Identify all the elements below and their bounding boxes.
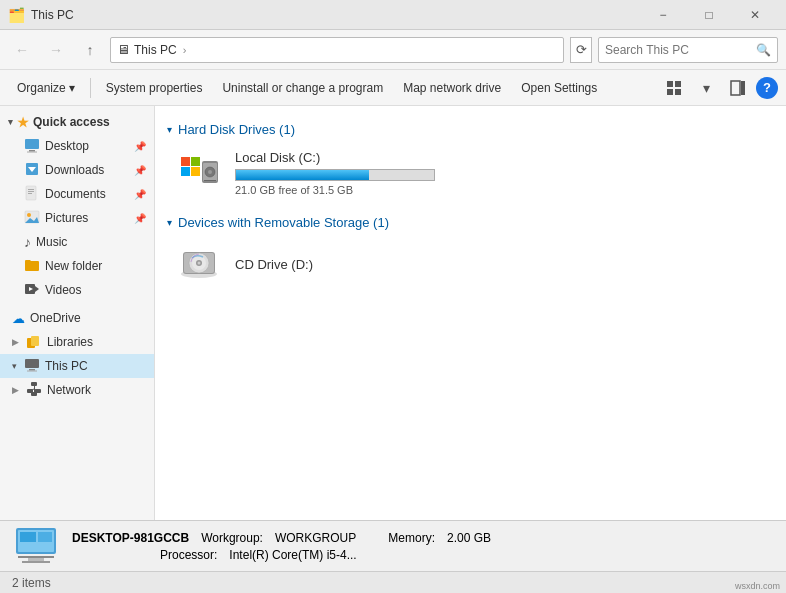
open-settings-button[interactable]: Open Settings bbox=[512, 74, 606, 102]
processor-label: Processor: bbox=[72, 548, 217, 562]
sidebar-item-onedrive[interactable]: ☁ OneDrive bbox=[0, 306, 154, 330]
desktop-pin: 📌 bbox=[134, 141, 146, 152]
svg-point-16 bbox=[27, 213, 31, 217]
documents-pin: 📌 bbox=[134, 189, 146, 200]
minimize-button[interactable]: − bbox=[640, 0, 686, 30]
svg-rect-12 bbox=[28, 189, 34, 190]
svg-rect-13 bbox=[28, 191, 34, 192]
svg-rect-7 bbox=[29, 150, 35, 152]
map-network-drive-button[interactable]: Map network drive bbox=[394, 74, 510, 102]
sidebar-item-thispc[interactable]: ▾ This PC bbox=[0, 354, 154, 378]
removable-section-header[interactable]: ▾ Devices with Removable Storage (1) bbox=[167, 215, 774, 230]
sidebar-item-downloads[interactable]: Downloads 📌 bbox=[0, 158, 154, 182]
memory-value: 2.00 GB bbox=[447, 531, 491, 545]
svg-rect-34 bbox=[191, 157, 200, 166]
path-chevron: › bbox=[183, 44, 187, 56]
local-disk-icon bbox=[175, 149, 223, 197]
title-bar: 🗂️ This PC − □ ✕ bbox=[0, 0, 786, 30]
desktop-label: Desktop bbox=[45, 139, 129, 153]
svg-rect-4 bbox=[731, 81, 740, 95]
local-disk-info: Local Disk (C:) 21.0 GB free of 31.5 GB bbox=[235, 150, 766, 196]
help-button[interactable]: ? bbox=[756, 77, 778, 99]
organize-button[interactable]: Organize ▾ bbox=[8, 74, 84, 102]
local-disk-bar bbox=[236, 170, 369, 180]
documents-icon bbox=[24, 185, 40, 204]
view-chevron-button[interactable]: ▾ bbox=[692, 74, 720, 102]
sidebar: ▾ ★ Quick access Desktop 📌 Downloads 📌 D… bbox=[0, 106, 155, 520]
libraries-chevron: ▶ bbox=[12, 337, 19, 347]
cd-svg bbox=[175, 242, 223, 290]
svg-rect-54 bbox=[28, 558, 44, 561]
title-bar-controls: − □ ✕ bbox=[640, 0, 778, 30]
local-disk-item[interactable]: Local Disk (C:) 21.0 GB free of 31.5 GB bbox=[167, 143, 774, 203]
view-grid-icon bbox=[666, 80, 682, 96]
cd-drive-item[interactable]: CD Drive (D:) bbox=[167, 236, 774, 296]
path-icon: 🖥 bbox=[117, 42, 130, 57]
pane-icon bbox=[730, 80, 746, 96]
hdd-svg bbox=[175, 149, 223, 197]
svg-point-48 bbox=[198, 262, 201, 265]
sidebar-item-documents[interactable]: Documents 📌 bbox=[0, 182, 154, 206]
svg-rect-24 bbox=[29, 369, 35, 371]
quick-access-section[interactable]: ▾ ★ Quick access bbox=[0, 110, 154, 134]
status-row-2: Processor: Intel(R) Core(TM) i5-4... bbox=[72, 548, 491, 562]
status-bar-wrapper: DESKTOP-981GCCB Workgroup: WORKGROUP Mem… bbox=[0, 520, 786, 593]
address-bar: ← → ↑ 🖥 This PC › ⟳ 🔍 bbox=[0, 30, 786, 70]
cd-drive-name: CD Drive (D:) bbox=[235, 257, 766, 272]
sidebar-item-new-folder[interactable]: New folder bbox=[0, 254, 154, 278]
svg-rect-26 bbox=[31, 382, 37, 386]
new-folder-label: New folder bbox=[45, 259, 146, 273]
thispc-icon bbox=[24, 357, 40, 376]
preview-pane-button[interactable] bbox=[724, 74, 752, 102]
svg-rect-14 bbox=[28, 193, 32, 194]
main-area: ▾ ★ Quick access Desktop 📌 Downloads 📌 D… bbox=[0, 106, 786, 520]
items-count-bar: 2 items wsxdn.com bbox=[0, 571, 786, 593]
hard-disk-chevron: ▾ bbox=[167, 124, 172, 135]
downloads-label: Downloads bbox=[45, 163, 129, 177]
workgroup-label: Workgroup: bbox=[201, 531, 263, 545]
maximize-button[interactable]: □ bbox=[686, 0, 732, 30]
organize-chevron: ▾ bbox=[69, 81, 75, 95]
sidebar-item-libraries[interactable]: ▶ Libraries bbox=[0, 330, 154, 354]
quick-access-chevron: ▾ bbox=[8, 117, 13, 127]
computer-name: DESKTOP-981GCCB bbox=[72, 531, 189, 545]
window-title: This PC bbox=[31, 8, 74, 22]
uninstall-button[interactable]: Uninstall or change a program bbox=[213, 74, 392, 102]
close-button[interactable]: ✕ bbox=[732, 0, 778, 30]
toolbar-right: ▾ ? bbox=[660, 74, 778, 102]
svg-rect-3 bbox=[675, 89, 681, 95]
local-disk-name: Local Disk (C:) bbox=[235, 150, 766, 165]
onedrive-icon: ☁ bbox=[12, 311, 25, 326]
thispc-chevron: ▾ bbox=[12, 361, 17, 371]
music-label: Music bbox=[36, 235, 146, 249]
hard-disk-section-header[interactable]: ▾ Hard Disk Drives (1) bbox=[167, 122, 774, 137]
svg-rect-41 bbox=[204, 180, 216, 181]
local-disk-space: 21.0 GB free of 31.5 GB bbox=[235, 184, 766, 196]
view-options-button[interactable] bbox=[660, 74, 688, 102]
svg-rect-55 bbox=[22, 561, 50, 563]
downloads-icon bbox=[24, 161, 40, 180]
up-button[interactable]: ↑ bbox=[76, 36, 104, 64]
svg-rect-25 bbox=[27, 370, 37, 371]
search-box[interactable]: 🔍 bbox=[598, 37, 778, 63]
refresh-button[interactable]: ⟳ bbox=[570, 37, 592, 63]
svg-marker-19 bbox=[35, 286, 39, 292]
toolbar: Organize ▾ System properties Uninstall o… bbox=[0, 70, 786, 106]
svg-rect-51 bbox=[20, 532, 36, 542]
status-row-1: DESKTOP-981GCCB Workgroup: WORKGROUP Mem… bbox=[72, 531, 491, 545]
svg-rect-6 bbox=[25, 139, 39, 149]
system-properties-button[interactable]: System properties bbox=[97, 74, 212, 102]
search-input[interactable] bbox=[605, 43, 752, 57]
processor-value: Intel(R) Core(TM) i5-4... bbox=[229, 548, 356, 562]
pictures-pin: 📌 bbox=[134, 213, 146, 224]
back-button[interactable]: ← bbox=[8, 36, 36, 64]
sidebar-item-desktop[interactable]: Desktop 📌 bbox=[0, 134, 154, 158]
svg-point-40 bbox=[208, 170, 212, 174]
address-path[interactable]: 🖥 This PC › bbox=[110, 37, 564, 63]
sidebar-item-pictures[interactable]: Pictures 📌 bbox=[0, 206, 154, 230]
window-icon: 🗂️ bbox=[8, 7, 25, 23]
forward-button[interactable]: → bbox=[42, 36, 70, 64]
sidebar-item-videos[interactable]: Videos bbox=[0, 278, 154, 302]
sidebar-item-music[interactable]: ♪ Music bbox=[0, 230, 154, 254]
sidebar-item-network[interactable]: ▶ Network bbox=[0, 378, 154, 402]
